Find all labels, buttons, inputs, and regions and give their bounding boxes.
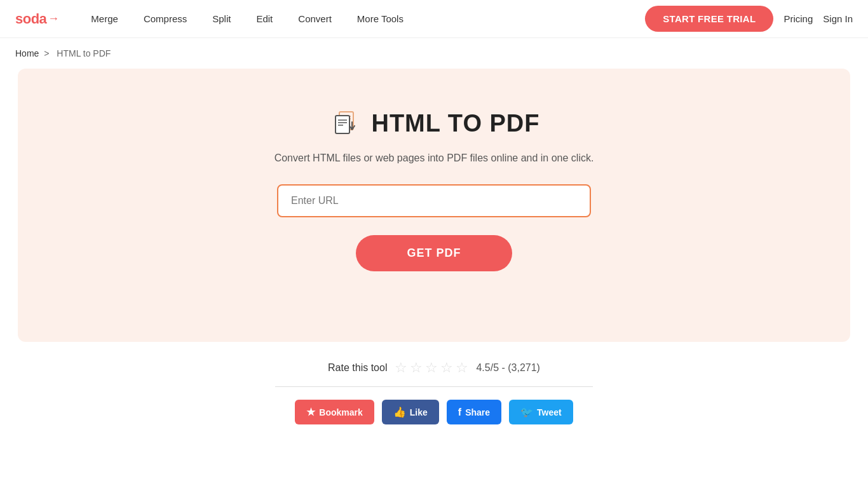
star-4[interactable]: ☆ — [440, 360, 453, 376]
share-label: Share — [465, 407, 490, 417]
nav-split[interactable]: Split — [201, 8, 242, 29]
breadcrumb-current: HTML to PDF — [57, 48, 111, 58]
svg-rect-4 — [336, 116, 349, 133]
nav-merge[interactable]: Merge — [79, 8, 130, 29]
nav-convert[interactable]: Convert — [287, 8, 343, 29]
hero-title: HTML TO PDF — [371, 110, 539, 137]
like-button[interactable]: 👍 Like — [382, 400, 439, 424]
star-1[interactable]: ☆ — [395, 360, 407, 376]
breadcrumb: Home > HTML to PDF — [0, 38, 868, 69]
nav-compress[interactable]: Compress — [132, 8, 198, 29]
get-pdf-button[interactable]: GET PDF — [356, 235, 512, 271]
star-3[interactable]: ☆ — [425, 360, 438, 376]
hero-title-row: HTML TO PDF — [328, 107, 539, 140]
thumbs-up-icon: 👍 — [393, 406, 406, 418]
hero-subtitle: Convert HTML files or web pages into PDF… — [275, 152, 594, 164]
nav-links: Merge Compress Split Edit Convert More T… — [79, 8, 645, 29]
bookmark-label: Bookmark — [319, 407, 362, 417]
rating-section: Rate this tool ☆ ☆ ☆ ☆ ☆ 4.5/5 - (3,271)… — [0, 342, 868, 437]
logo[interactable]: soda→ — [15, 11, 59, 27]
bookmark-button[interactable]: ★ Bookmark — [295, 400, 374, 424]
share-icon: f — [458, 407, 461, 418]
star-bookmark-icon: ★ — [306, 406, 315, 418]
social-buttons: ★ Bookmark 👍 Like f Share 🐦 Tweet — [295, 400, 573, 424]
signin-link[interactable]: Sign In — [823, 13, 853, 24]
nav-right: START FREE TRIAL Pricing Sign In — [645, 6, 853, 32]
star-5[interactable]: ☆ — [456, 360, 468, 376]
rating-label: Rate this tool — [328, 362, 387, 374]
rating-divider — [275, 386, 593, 387]
pricing-link[interactable]: Pricing — [783, 13, 813, 24]
rating-value: 4.5/5 - (3,271) — [476, 362, 540, 374]
stars-container[interactable]: ☆ ☆ ☆ ☆ ☆ — [395, 360, 468, 376]
tweet-button[interactable]: 🐦 Tweet — [509, 400, 573, 424]
share-button[interactable]: f Share — [447, 400, 501, 424]
breadcrumb-separator: > — [44, 48, 49, 58]
logo-arrow: → — [48, 12, 59, 25]
navbar: soda→ Merge Compress Split Edit Convert … — [0, 0, 868, 38]
url-input[interactable] — [277, 184, 591, 217]
html-to-pdf-icon — [328, 107, 361, 140]
twitter-icon: 🐦 — [520, 406, 533, 418]
nav-more-tools[interactable]: More Tools — [346, 8, 415, 29]
hero-section: HTML TO PDF Convert HTML files or web pa… — [18, 69, 850, 342]
star-2[interactable]: ☆ — [410, 360, 423, 376]
logo-text: soda — [15, 11, 46, 27]
like-label: Like — [410, 407, 428, 417]
tweet-label: Tweet — [537, 407, 562, 417]
start-trial-button[interactable]: START FREE TRIAL — [645, 6, 773, 32]
rating-row: Rate this tool ☆ ☆ ☆ ☆ ☆ 4.5/5 - (3,271) — [328, 360, 540, 376]
breadcrumb-home[interactable]: Home — [15, 48, 39, 58]
nav-edit[interactable]: Edit — [245, 8, 284, 29]
